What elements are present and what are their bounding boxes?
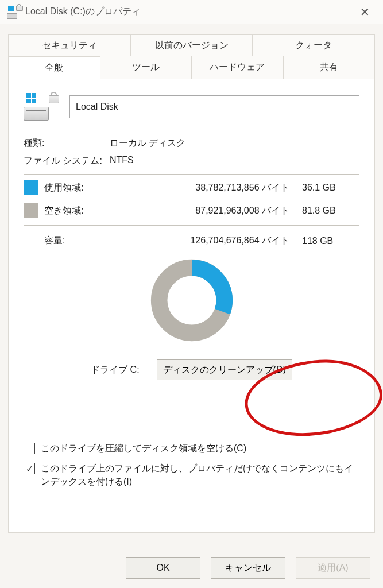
free-label: 空き領域: <box>44 205 125 217</box>
usage-chart-wrap: ドライブ C: ディスクのクリーンアップ(D) <box>24 257 359 380</box>
capacity-row: 容量: 126,704,676,864 バイト 118 GB <box>24 235 359 247</box>
checkbox-group: このドライブを圧縮してディスク領域を空ける(C) ✓ このドライブ上のファイルに… <box>24 442 359 489</box>
used-bytes: 38,782,713,856 バイト <box>125 182 302 194</box>
capacity-gb: 118 GB <box>302 236 359 246</box>
index-checkbox[interactable]: ✓ <box>24 463 35 474</box>
tab-tools[interactable]: ツール <box>100 56 192 79</box>
tab-security[interactable]: セキュリティ <box>8 34 131 56</box>
svg-point-2 <box>170 279 213 322</box>
index-checkbox-row: ✓ このドライブ上のファイルに対し、プロパティだけでなくコンテンツにもインデック… <box>24 462 359 488</box>
button-bar: OK キャンセル 適用(A) <box>0 548 383 588</box>
type-value: ローカル ディスク <box>110 137 185 149</box>
tab-sharing[interactable]: 共有 <box>284 56 376 79</box>
window-title: Local Disk (C:)のプロパティ <box>25 6 141 18</box>
titlebar: Local Disk (C:)のプロパティ ✕ <box>0 0 383 24</box>
disk-header: Local Disk <box>24 93 359 121</box>
tab-hardware[interactable]: ハードウェア <box>192 56 284 79</box>
usage-grid: 使用領域: 38,782,713,856 バイト 36.1 GB 空き領域: 8… <box>24 180 359 218</box>
drive-label: ドライブ C: <box>91 364 139 376</box>
dialog-body: セキュリティ 以前のバージョン クォータ 全般 ツール ハードウェア 共有 Lo… <box>8 34 375 542</box>
tab-row-top: セキュリティ 以前のバージョン クォータ <box>8 34 375 56</box>
used-label: 使用領域: <box>44 182 125 194</box>
usage-chart <box>149 257 235 343</box>
close-button[interactable]: ✕ <box>352 0 377 24</box>
apply-button[interactable]: 適用(A) <box>296 557 370 579</box>
filesystem-row: ファイル システム: NTFS <box>24 155 359 167</box>
separator <box>24 408 359 408</box>
drive-icon <box>7 5 21 19</box>
tab-general[interactable]: 全般 <box>8 56 100 79</box>
filesystem-label: ファイル システム: <box>24 155 110 167</box>
tab-row-bottom: 全般 ツール ハードウェア 共有 <box>8 56 375 79</box>
tab-quota[interactable]: クォータ <box>253 34 375 56</box>
index-label: このドライブ上のファイルに対し、プロパティだけでなくコンテンツにもインデックスを… <box>41 462 359 488</box>
compress-checkbox-row: このドライブを圧縮してディスク領域を空ける(C) <box>24 442 359 455</box>
free-bytes: 87,921,963,008 バイト <box>125 205 302 217</box>
tab-previous-versions[interactable]: 以前のバージョン <box>131 34 253 56</box>
cancel-button[interactable]: キャンセル <box>211 557 285 579</box>
filesystem-value: NTFS <box>110 155 134 167</box>
type-label: 種類: <box>24 137 110 149</box>
separator <box>24 225 359 226</box>
free-gb: 81.8 GB <box>302 206 359 216</box>
compress-label: このドライブを圧縮してディスク領域を空ける(C) <box>41 442 359 455</box>
tab-page-general: Local Disk 種類: ローカル ディスク ファイル システム: NTFS… <box>8 79 375 533</box>
used-gb: 36.1 GB <box>302 183 359 193</box>
compress-checkbox[interactable] <box>24 443 35 454</box>
disk-name-input[interactable]: Local Disk <box>69 95 359 118</box>
separator <box>24 131 359 131</box>
separator <box>24 174 359 175</box>
type-row: 種類: ローカル ディスク <box>24 137 359 149</box>
disk-cleanup-button[interactable]: ディスクのクリーンアップ(D) <box>157 359 292 380</box>
drive-row: ドライブ C: ディスクのクリーンアップ(D) <box>24 359 359 380</box>
used-swatch-icon <box>24 180 38 195</box>
capacity-bytes: 126,704,676,864 バイト <box>125 235 302 247</box>
capacity-label: 容量: <box>44 235 125 247</box>
drive-large-icon <box>24 93 56 121</box>
free-swatch-icon <box>24 203 38 218</box>
ok-button[interactable]: OK <box>126 557 200 579</box>
